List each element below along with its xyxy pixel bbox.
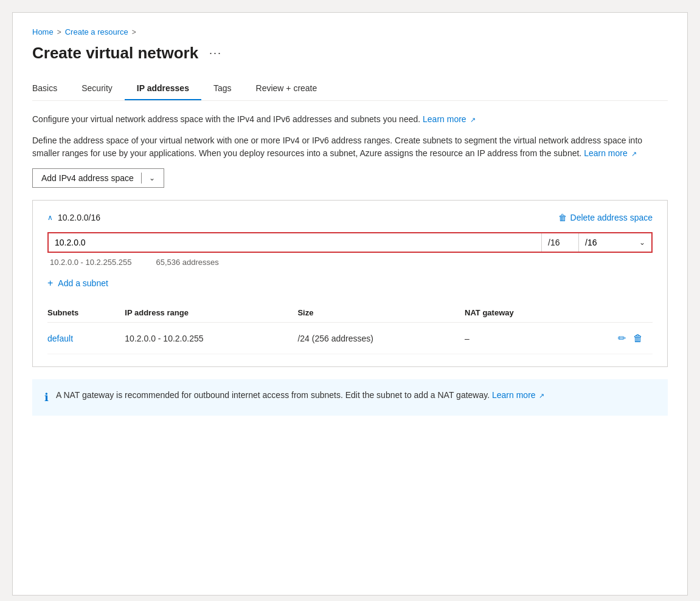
subnet-table: Subnets IP address range Size NAT gatewa…: [47, 303, 653, 354]
chevron-down-icon: ⌄: [149, 174, 155, 182]
external-link-icon-banner: ↗: [539, 392, 544, 399]
page-title: Create virtual network: [32, 44, 198, 63]
edit-subnet-button[interactable]: ✏: [615, 330, 628, 346]
breadcrumb: Home > Create a resource >: [32, 27, 668, 36]
subnet-name-link[interactable]: default: [47, 334, 73, 343]
tab-security[interactable]: Security: [69, 77, 125, 100]
ip-input-row: /16 /16 /17 /18 /24 ⌄: [47, 232, 653, 253]
tabs-container: Basics Security IP addresses Tags Review…: [32, 77, 668, 101]
add-ipv4-button[interactable]: Add IPv4 address space ⌄: [32, 168, 164, 188]
address-count: 65,536 addresses: [156, 258, 218, 267]
info-icon: ℹ: [44, 390, 49, 406]
cidr-part: /16 /16 /17 /18 /24 ⌄: [542, 233, 651, 252]
table-row: default 10.2.0.0 - 10.2.0.255 /24 (256 a…: [47, 323, 653, 354]
tab-tags[interactable]: Tags: [201, 77, 244, 100]
tab-basics[interactable]: Basics: [32, 77, 69, 100]
address-header: ∧ 10.2.0.0/16 🗑 Delete address space: [47, 213, 653, 222]
description-2: Define the address space of your virtual…: [32, 134, 668, 160]
tab-ip-addresses[interactable]: IP addresses: [125, 77, 201, 100]
description-1: Configure your virtual network address s…: [32, 113, 668, 126]
address-space-container: ∧ 10.2.0.0/16 🗑 Delete address space /16…: [32, 200, 668, 367]
cidr-prefix-select[interactable]: /16 /17 /18 /24: [578, 233, 633, 252]
delete-address-space-button[interactable]: 🗑 Delete address space: [558, 213, 653, 222]
delete-subnet-button[interactable]: 🗑: [631, 331, 645, 346]
delete-subnet-icon: 🗑: [633, 333, 643, 343]
subnet-nat-cell: –: [465, 323, 578, 354]
address-header-left: ∧ 10.2.0.0/16: [47, 213, 100, 222]
add-subnet-label: Add a subnet: [58, 278, 108, 288]
more-options-button[interactable]: ···: [206, 46, 226, 61]
info-banner: ℹ A NAT gateway is recommended for outbo…: [32, 379, 668, 416]
tab-review-create[interactable]: Review + create: [244, 77, 330, 100]
edit-icon: ✏: [618, 333, 626, 343]
page-title-row: Create virtual network ···: [32, 44, 668, 63]
external-link-icon-1: ↗: [470, 116, 476, 123]
address-cidr: 10.2.0.0/16: [58, 213, 100, 222]
learn-more-link-banner[interactable]: Learn more ↗: [492, 390, 544, 400]
plus-icon: +: [47, 278, 53, 289]
external-link-icon-2: ↗: [631, 150, 637, 157]
cidr-prefix-value: /16: [542, 233, 578, 252]
col-header-subnets: Subnets: [47, 303, 125, 323]
info-text: A NAT gateway is recommended for outboun…: [56, 389, 544, 402]
breadcrumb-home[interactable]: Home: [32, 27, 54, 36]
collapse-icon[interactable]: ∧: [47, 213, 53, 222]
range-info: 10.2.0.0 - 10.2.255.255 65,536 addresses: [47, 258, 653, 267]
ip-range: 10.2.0.0 - 10.2.255.255: [50, 258, 131, 267]
trash-icon: 🗑: [558, 213, 567, 222]
learn-more-link-1[interactable]: Learn more ↗: [423, 114, 475, 124]
cidr-chevron-icon: ⌄: [633, 234, 651, 251]
col-header-size: Size: [297, 303, 465, 323]
subnet-ip-range-cell: 10.2.0.0 - 10.2.0.255: [125, 323, 297, 354]
col-header-actions: [578, 303, 653, 323]
breadcrumb-sep-2: >: [132, 28, 136, 36]
subnet-size-cell: /24 (256 addresses): [297, 323, 465, 354]
add-ipv4-label: Add IPv4 address space: [41, 173, 134, 183]
add-subnet-button[interactable]: + Add a subnet: [47, 275, 108, 291]
breadcrumb-sep-1: >: [57, 28, 61, 36]
col-header-ip-range: IP address range: [125, 303, 297, 323]
ip-address-input[interactable]: [49, 233, 542, 252]
subnet-name-cell: default: [47, 323, 125, 354]
subnet-actions-cell: ✏ 🗑: [578, 323, 653, 354]
button-divider: [141, 173, 142, 184]
main-container: Home > Create a resource > Create virtua…: [12, 12, 688, 596]
delete-label: Delete address space: [570, 213, 653, 222]
breadcrumb-create-resource[interactable]: Create a resource: [65, 27, 128, 36]
learn-more-link-2[interactable]: Learn more ↗: [584, 148, 636, 158]
col-header-nat: NAT gateway: [465, 303, 578, 323]
